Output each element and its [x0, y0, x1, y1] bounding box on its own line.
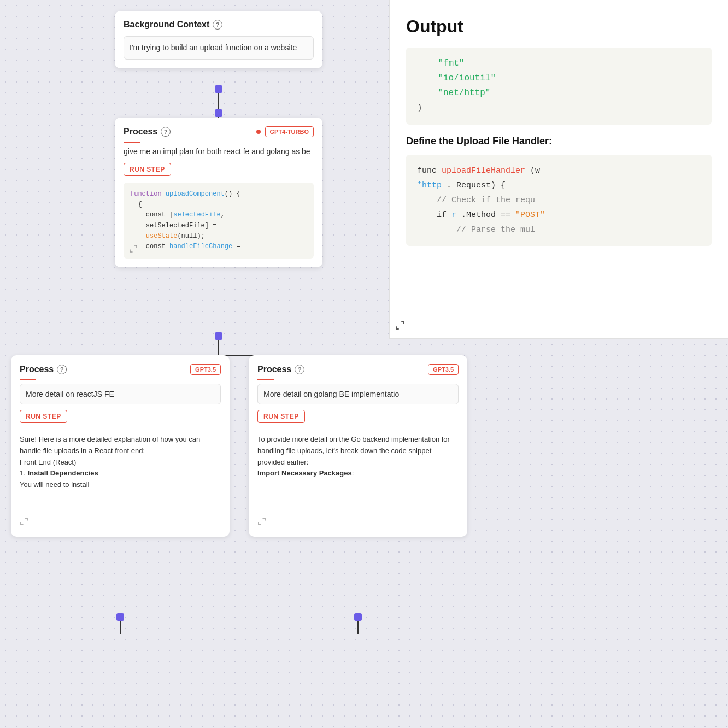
- process-bl-output: Sure! Here is a more detailed explanatio…: [20, 430, 221, 528]
- bg-context-title-text: Background Context: [124, 20, 209, 30]
- process-bl-header: Process ? GPT3.5: [20, 364, 221, 375]
- bg-context-help-icon[interactable]: ?: [213, 20, 222, 30]
- output-section-title: Define the Upload File Handler:: [406, 136, 712, 147]
- connector-square-3: [215, 332, 222, 340]
- gpt-badge-br[interactable]: GPT3.5: [428, 364, 459, 375]
- code-block-top: function uploadComponent() { { const [se…: [124, 183, 314, 259]
- expand-icon-br[interactable]: [257, 517, 266, 528]
- canvas: Background Context ? I'm trying to build…: [0, 0, 728, 728]
- process-top-title-text: Process ?: [124, 127, 171, 137]
- process-br-output: To provide more detail on the Go backend…: [257, 430, 459, 528]
- run-step-button-br[interactable]: RUN STEP: [257, 410, 305, 423]
- process-br-header: Process ? GPT3.5: [257, 364, 459, 375]
- background-context-node: Background Context ? I'm trying to build…: [115, 11, 322, 68]
- node-bg-context-title: Background Context ?: [124, 20, 314, 30]
- status-dot: [256, 130, 261, 134]
- output-panel: Output "fmt" "io/ioutil" "net/http" ) De…: [389, 0, 728, 339]
- title-underline: [124, 142, 140, 143]
- process-top-node: Process ? GPT4-TURBO give me an impl pla…: [115, 118, 322, 267]
- process-br-node: Process ? GPT3.5 More detail on golang B…: [249, 355, 467, 537]
- title-underline-br: [257, 379, 274, 380]
- gpt-badge-top[interactable]: GPT4-TURBO: [265, 126, 314, 137]
- connector-square-2: [215, 109, 222, 117]
- connector-square-br-bottom: [354, 613, 362, 621]
- resize-icon[interactable]: [395, 320, 405, 333]
- process-bl-help-icon[interactable]: ?: [57, 365, 67, 374]
- expand-icon-bl[interactable]: [20, 517, 28, 528]
- process-bl-node: Process ? GPT3.5 More detail on reactJS …: [11, 355, 230, 537]
- connector-square-bl-bottom: [116, 613, 124, 621]
- run-step-button-bl[interactable]: RUN STEP: [20, 410, 67, 423]
- title-underline-bl: [20, 379, 36, 380]
- run-step-button-top[interactable]: RUN STEP: [124, 163, 171, 176]
- process-br-input: More detail on golang BE implementatio: [257, 384, 459, 404]
- process-br-help-icon[interactable]: ?: [295, 365, 304, 374]
- process-top-header: Process ? GPT4-TURBO: [124, 126, 314, 137]
- gpt-badge-bl[interactable]: GPT3.5: [190, 364, 221, 375]
- output-code-block-2: func uploadFileHandler (w *http . Reques…: [406, 155, 712, 246]
- process-top-prompt: give me an impl plan for both react fe a…: [124, 146, 314, 157]
- bg-context-body: I'm trying to build an upload function o…: [124, 36, 314, 60]
- process-top-help-icon[interactable]: ?: [161, 127, 171, 137]
- connector-square-1: [215, 85, 222, 93]
- expand-icon-top[interactable]: [128, 243, 139, 254]
- output-code-block-1: "fmt" "io/ioutil" "net/http" ): [406, 48, 712, 125]
- process-bl-input: More detail on reactJS FE: [20, 384, 221, 404]
- output-title: Output: [406, 16, 712, 37]
